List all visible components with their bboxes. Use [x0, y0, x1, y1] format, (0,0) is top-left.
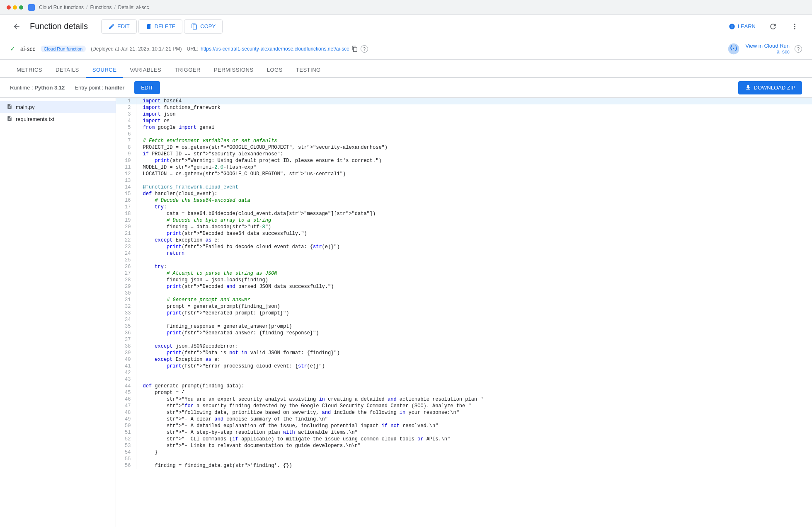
table-row: 2import functions_framework: [116, 104, 812, 111]
line-number: 11: [116, 164, 136, 171]
edit-label: EDIT: [117, 23, 130, 29]
tab-trigger[interactable]: TRIGGER: [168, 67, 207, 78]
file-item-requirements[interactable]: requirements.txt: [0, 113, 116, 125]
line-number: 21: [116, 230, 136, 237]
toolbar-actions: EDIT DELETE COPY: [101, 19, 223, 34]
function-badge: Cloud Run function: [41, 46, 86, 52]
line-code: import json: [136, 111, 812, 118]
breadcrumb-item-2[interactable]: Functions: [90, 5, 111, 10]
breadcrumb-sep-1: /: [86, 5, 87, 10]
table-row: 33 print(fstr">"Generated prompt: {promp…: [116, 310, 812, 317]
line-code: str">"You are an expert security analyst…: [136, 396, 812, 403]
line-number: 10: [116, 157, 136, 164]
line-code: [136, 290, 812, 297]
runtime-label: Runtime : Python 3.12: [10, 85, 65, 91]
table-row: 18 data = base64.b64decode(cloud_event.d…: [116, 210, 812, 217]
tab-permissions[interactable]: PERMISSIONS: [207, 67, 260, 78]
gcp-logo: [28, 4, 35, 11]
main-content: main.py requirements.txt 1import base642…: [0, 98, 812, 527]
line-code: finding_json = json.loads(finding): [136, 277, 812, 283]
tab-testing[interactable]: TESTING: [289, 67, 327, 78]
table-row: 22 except Exception as e:: [116, 237, 812, 244]
line-number: 36: [116, 330, 136, 336]
line-number: 51: [116, 429, 136, 436]
line-code: print(fstr">"Failed to decode cloud even…: [136, 244, 812, 250]
table-row: 3import json: [116, 111, 812, 118]
line-code: from google import genai: [136, 124, 812, 131]
breadcrumb: Cloud Run functions / Functions / Detail…: [28, 4, 149, 11]
view-cloud-link[interactable]: View in Cloud Run: [745, 43, 790, 49]
line-code: [136, 317, 812, 323]
table-row: 49 str">"- A clear and concise summary o…: [116, 416, 812, 423]
line-code: str">"- CLI commands (if applicable) to …: [136, 436, 812, 442]
line-number: 29: [116, 283, 136, 290]
edit-button[interactable]: EDIT: [101, 19, 137, 34]
line-number: 8: [116, 144, 136, 151]
table-row: 6: [116, 131, 812, 138]
line-code: str">"following data, prioritize based o…: [136, 409, 812, 416]
line-number: 49: [116, 416, 136, 423]
line-code: print(str">"Decoded base64 data successf…: [136, 230, 812, 237]
line-code: import functions_framework: [136, 104, 812, 111]
line-number: 22: [116, 237, 136, 244]
tab-logs[interactable]: LOGS: [260, 67, 289, 78]
table-row: 12LOCATION = os.getenv(str">"GOOGLE_CLOU…: [116, 171, 812, 177]
url-section: URL: https://us-central1-security-alexan…: [187, 45, 368, 53]
copy-button[interactable]: COPY: [184, 19, 223, 34]
line-number: 50: [116, 423, 136, 429]
code-editor[interactable]: 1import base642import functions_framewor…: [116, 98, 812, 527]
file-item-main-py[interactable]: main.py: [0, 101, 116, 113]
line-number: 42: [116, 370, 136, 376]
line-code: [136, 370, 812, 376]
table-row: 9if PROJECT_ID == str">"security-alexand…: [116, 151, 812, 157]
line-code: data = base64.b64decode(cloud_event.data…: [136, 210, 812, 217]
page-title: Function details: [30, 22, 88, 31]
tab-metrics[interactable]: METRICS: [10, 67, 49, 78]
line-code: str">"- A step-by-step resolution plan w…: [136, 429, 812, 436]
table-row: 4import os: [116, 118, 812, 124]
tab-details[interactable]: DETAILS: [49, 67, 86, 78]
toolbar: Function details EDIT DELETE COPY LEARN: [0, 15, 812, 38]
line-code: try:: [136, 264, 812, 270]
line-number: 6: [116, 131, 136, 138]
line-code: return: [136, 250, 812, 257]
delete-button[interactable]: DELETE: [138, 19, 183, 34]
tab-source[interactable]: SOURCE: [86, 67, 124, 78]
more-button[interactable]: [787, 19, 802, 34]
line-number: 16: [116, 197, 136, 204]
function-name-text: ai-scc: [20, 46, 36, 52]
line-number: 56: [116, 462, 136, 469]
function-url[interactable]: https://us-central1-security-alexanderho…: [201, 46, 349, 52]
line-number: 33: [116, 310, 136, 317]
table-row: 29 print(str">"Decoded and parsed JSON d…: [116, 283, 812, 290]
table-row: 10 print(str">"Warning: Using default pr…: [116, 157, 812, 164]
table-row: 52 str">"- CLI commands (if applicable) …: [116, 436, 812, 442]
line-number: 12: [116, 171, 136, 177]
help-button[interactable]: ?: [361, 45, 368, 53]
file-tree: main.py requirements.txt: [0, 98, 116, 527]
table-row: 25: [116, 257, 812, 264]
line-code: # Fetch environment variables or set def…: [136, 138, 812, 144]
view-cloud-help[interactable]: ?: [795, 45, 802, 53]
breadcrumb-item-1[interactable]: Cloud Run functions: [39, 5, 84, 10]
tab-variables[interactable]: VARIABLES: [123, 67, 168, 78]
table-row: 51 str">"- A step-by-step resolution pla…: [116, 429, 812, 436]
learn-button[interactable]: LEARN: [725, 20, 759, 33]
line-code: [136, 336, 812, 343]
download-zip-button[interactable]: DOWNLOAD ZIP: [738, 81, 802, 94]
table-row: 14@functions_framework.cloud_event: [116, 184, 812, 191]
table-row: 16 # Decode the base64-encoded data: [116, 197, 812, 204]
line-code: LOCATION = os.getenv(str">"GOOGLE_CLOUD_…: [136, 171, 812, 177]
table-row: 21 print(str">"Decoded base64 data succe…: [116, 230, 812, 237]
line-code: print(fstr">"Data is not in valid JSON f…: [136, 350, 812, 356]
back-button[interactable]: [10, 20, 23, 33]
refresh-button[interactable]: [766, 19, 780, 34]
table-row: 27 # Attempt to parse the string as JSON: [116, 270, 812, 277]
line-number: 28: [116, 277, 136, 283]
line-code: print(str">"Warning: Using default proje…: [136, 157, 812, 164]
table-row: 5from google import genai: [116, 124, 812, 131]
source-edit-button[interactable]: EDIT: [134, 81, 160, 94]
line-code: # Generate prompt and answer: [136, 297, 812, 303]
copy-url-button[interactable]: [351, 46, 358, 52]
line-code: str">"- A clear and concise summary of t…: [136, 416, 812, 423]
